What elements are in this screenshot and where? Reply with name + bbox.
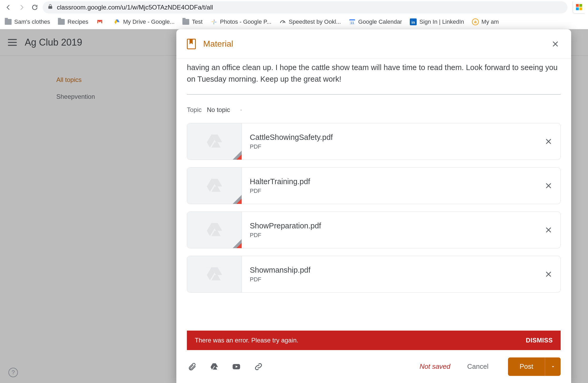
attachment-thumbnail[interactable]: [187, 256, 242, 292]
attachment-type: PDF: [250, 276, 529, 283]
attachment-item: HalterTraining.pdf PDF: [187, 167, 561, 204]
gauge-icon: [279, 18, 286, 25]
svg-rect-2: [576, 7, 579, 10]
bookmark-item[interactable]: My Drive - Google...: [114, 18, 175, 25]
bookmark-label: Sam's clothes: [14, 18, 50, 25]
attachment-type: PDF: [250, 143, 529, 150]
bookmark-label: Sign In | LinkedIn: [419, 18, 464, 25]
attachment-thumbnail[interactable]: [187, 212, 242, 248]
svg-text:in: in: [412, 20, 415, 24]
svg-rect-1: [579, 4, 582, 7]
drive-icon: [204, 132, 225, 151]
drive-icon: [204, 176, 225, 195]
remove-attachment-button[interactable]: [537, 123, 560, 160]
modal-title: Material: [203, 39, 233, 49]
bookmark-label: Photos - Google P...: [220, 18, 271, 25]
bookmark-item[interactable]: in Sign In | LinkedIn: [410, 18, 464, 25]
topic-label: Topic: [187, 106, 202, 114]
bookmark-item[interactable]: Sam's clothes: [5, 18, 50, 25]
attachment-name[interactable]: ShowPreparation.pdf: [250, 222, 529, 230]
address-bar[interactable]: classroom.google.com/u/1/w/Mjc5OTAzNDE4O…: [43, 1, 567, 13]
post-dropdown[interactable]: [545, 357, 561, 376]
svg-rect-3: [579, 7, 582, 10]
browser-toolbar: classroom.google.com/u/1/w/Mjc5OTAzNDE4O…: [0, 0, 588, 14]
chevron-down-icon: [238, 106, 244, 114]
reload-button[interactable]: [29, 2, 40, 13]
topic-selector[interactable]: Topic No topic: [187, 106, 561, 114]
attachment-name[interactable]: HalterTraining.pdf: [250, 177, 529, 186]
folder-icon: [182, 19, 189, 25]
modal-body: having an office clean up. I hope the ca…: [176, 59, 571, 350]
description-field[interactable]: having an office clean up. I hope the ca…: [187, 59, 561, 95]
save-status: Not saved: [420, 362, 450, 371]
drive-icon: [114, 18, 121, 25]
bookmark-label: Recipes: [67, 18, 88, 25]
attach-drive-button[interactable]: [209, 361, 220, 372]
error-banner: There was an error. Please try again. DI…: [187, 331, 561, 350]
svg-rect-0: [576, 4, 579, 7]
modal-footer: Not saved Cancel Post: [176, 350, 571, 383]
drive-icon: [204, 265, 225, 283]
close-button[interactable]: [550, 39, 561, 49]
attachment-list: CattleShowingSafety.pdf PDF HalterTraini…: [187, 123, 561, 293]
folder-icon: [5, 19, 12, 25]
bookmarks-bar: Sam's clothes Recipes My Drive - Google.…: [0, 14, 588, 29]
bookmark-label: Speedtest by Ookl...: [289, 18, 341, 25]
back-button[interactable]: [3, 2, 14, 13]
bookmark-item[interactable]: 11 Google Calendar: [349, 18, 402, 25]
attach-file-button[interactable]: [187, 361, 197, 372]
drive-badge-icon: [233, 151, 242, 160]
remove-attachment-button[interactable]: [537, 168, 560, 204]
remove-attachment-button[interactable]: [537, 212, 560, 248]
attachment-thumbnail[interactable]: [187, 123, 242, 160]
calendar-icon: 11: [349, 18, 356, 25]
bookmark-item[interactable]: Speedtest by Ookl...: [279, 18, 341, 25]
attachment-name[interactable]: CattleShowingSafety.pdf: [250, 133, 529, 142]
bookmark-item[interactable]: Photos - Google P...: [211, 18, 271, 25]
attachment-type: PDF: [250, 188, 529, 194]
remove-attachment-button[interactable]: [537, 256, 560, 292]
post-button[interactable]: Post: [508, 357, 545, 376]
forward-button[interactable]: [16, 2, 27, 13]
topic-value: No topic: [207, 106, 230, 114]
windows-extension-icon[interactable]: [573, 1, 585, 13]
bookmark-item[interactable]: [96, 18, 106, 25]
attach-youtube-button[interactable]: [231, 361, 242, 372]
modal-header: Material: [176, 29, 571, 59]
drive-badge-icon: [233, 239, 242, 248]
bookmark-label: My am: [481, 18, 499, 25]
attachment-item: CattleShowingSafety.pdf PDF: [187, 123, 561, 160]
linkedin-icon: in: [410, 18, 417, 25]
bookmark-label: Test: [192, 18, 202, 25]
material-icon: [187, 39, 196, 49]
bookmark-item[interactable]: Recipes: [58, 18, 88, 25]
attachment-item: ShowPreparation.pdf PDF: [187, 212, 561, 248]
folder-icon: [58, 19, 65, 25]
bookmark-label: Google Calendar: [358, 18, 402, 25]
drive-icon: [204, 221, 225, 239]
svg-text:a: a: [474, 19, 477, 24]
photos-icon: [211, 18, 217, 25]
bookmark-item[interactable]: Test: [182, 18, 202, 25]
attachment-type: PDF: [250, 232, 529, 239]
attachment-name[interactable]: Showmanship.pdf: [250, 266, 529, 274]
attachment-item: Showmanship.pdf PDF: [187, 256, 561, 293]
error-text: There was an error. Please try again.: [195, 337, 298, 344]
lock-icon: [47, 4, 53, 11]
bookmark-item[interactable]: a My am: [472, 18, 499, 25]
cancel-button[interactable]: Cancel: [467, 362, 489, 371]
bookmark-label: My Drive - Google...: [123, 18, 175, 25]
url-text: classroom.google.com/u/1/w/Mjc5OTAzNDE4O…: [57, 4, 213, 11]
material-modal: Material having an office clean up. I ho…: [176, 29, 571, 383]
dismiss-button[interactable]: DISMISS: [526, 337, 553, 344]
attachment-thumbnail[interactable]: [187, 168, 242, 204]
attach-link-button[interactable]: [253, 361, 264, 372]
drive-badge-icon: [233, 195, 242, 204]
amazon-icon: a: [472, 18, 479, 25]
svg-text:11: 11: [350, 21, 354, 24]
gmail-icon: [96, 18, 103, 25]
